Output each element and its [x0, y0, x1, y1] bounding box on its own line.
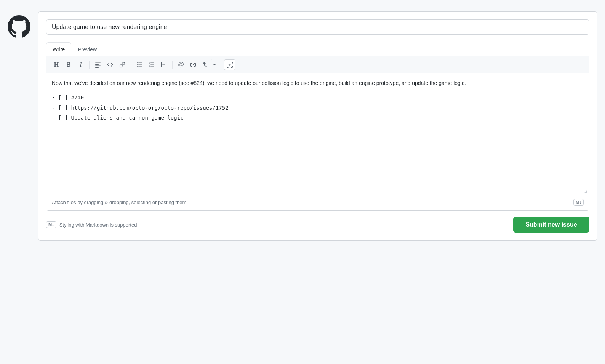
issue-title-input[interactable]	[46, 19, 589, 35]
attach-area: Attach files by dragging & dropping, sel…	[46, 194, 589, 210]
code-button[interactable]	[105, 59, 115, 70]
undo-icon	[202, 62, 208, 68]
chevron-down-icon	[213, 63, 216, 67]
tab-write[interactable]: Write	[46, 42, 71, 56]
fullscreen-icon	[227, 62, 233, 68]
unordered-list-icon	[136, 62, 142, 68]
reference-button[interactable]	[188, 59, 198, 70]
attach-text: Attach files by dragging & dropping, sel…	[52, 200, 188, 205]
body-text: Now that we've decided on our new render…	[52, 79, 584, 87]
resize-handle[interactable]: ◢	[46, 188, 589, 194]
code-icon	[107, 62, 113, 68]
undo-dropdown-button[interactable]	[211, 59, 218, 70]
markdown-badge-attach: M↓	[573, 199, 584, 206]
issue-form: Write Preview H B I	[38, 11, 597, 241]
link-button[interactable]	[117, 59, 128, 70]
task-item-2: - [ ] https://github.com/octo-org/octo-r…	[52, 104, 584, 112]
tab-preview[interactable]: Preview	[71, 42, 103, 56]
reference-icon	[190, 62, 196, 68]
editor-toolbar: H B I	[46, 56, 589, 73]
unordered-list-button[interactable]	[134, 59, 145, 70]
markdown-support: M↓ Styling with Markdown is supported	[46, 221, 137, 228]
bold-button[interactable]: B	[63, 59, 74, 70]
resize-icon: ◢	[584, 189, 587, 193]
ordered-list-button[interactable]	[146, 59, 157, 70]
italic-button[interactable]: I	[75, 59, 86, 70]
quote-button[interactable]	[93, 59, 103, 70]
task-item-3: - [ ] Update aliens and cannon game logi…	[52, 113, 584, 122]
fullscreen-button[interactable]	[224, 59, 235, 70]
toolbar-sep-2	[131, 61, 131, 69]
link-icon	[119, 62, 125, 68]
toolbar-sep-3	[172, 61, 173, 69]
editor-content[interactable]: Now that we've decided on our new render…	[46, 73, 589, 188]
submit-new-issue-button[interactable]: Submit new issue	[513, 217, 589, 233]
editor-tabs: Write Preview	[46, 42, 589, 56]
toolbar-sep-1	[89, 61, 90, 69]
task-list-button[interactable]	[158, 59, 169, 70]
undo-button[interactable]	[200, 59, 211, 70]
task-list-icon	[161, 62, 167, 68]
mention-button[interactable]: @	[176, 59, 186, 70]
github-logo	[8, 15, 30, 38]
editor-area: H B I	[46, 56, 589, 211]
task-item-1: - [ ] #740	[52, 93, 584, 102]
heading-button[interactable]: H	[51, 59, 62, 70]
quote-icon	[95, 62, 101, 68]
task-list: - [ ] #740 - [ ] https://github.com/octo…	[52, 93, 584, 122]
markdown-badge-footer: M↓	[46, 221, 56, 228]
footer-row: M↓ Styling with Markdown is supported Su…	[46, 217, 589, 233]
undo-group	[200, 59, 218, 70]
toolbar-sep-4	[221, 61, 221, 69]
ordered-list-icon	[149, 62, 155, 68]
markdown-support-text: Styling with Markdown is supported	[59, 222, 137, 228]
